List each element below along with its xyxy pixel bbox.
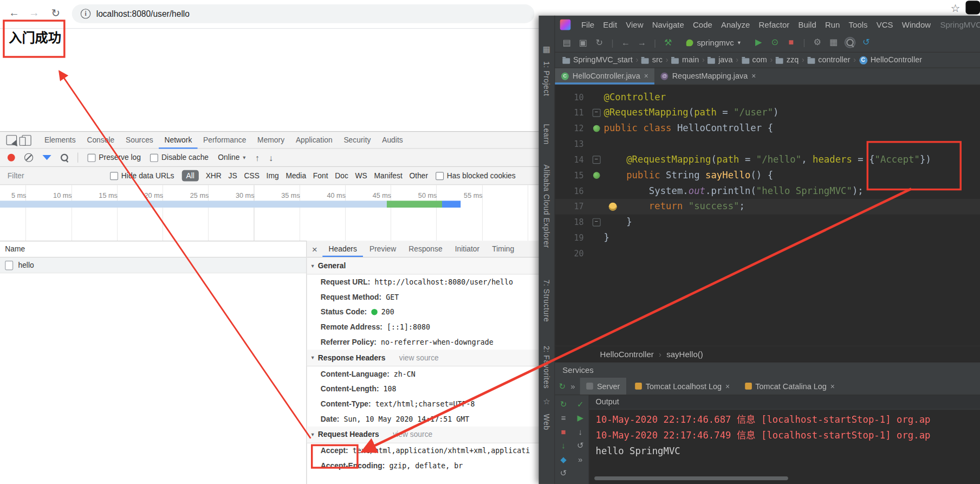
request-type-filter-other[interactable]: Other xyxy=(410,171,429,180)
run-icon[interactable]: ▶ xyxy=(753,37,764,48)
scroll-to-end-icon[interactable]: ↓ xyxy=(578,428,582,436)
view-source-link[interactable]: view source xyxy=(399,353,439,362)
throttling-dropdown[interactable]: Online▾ xyxy=(218,153,245,162)
code-line[interactable]: 13 xyxy=(555,137,980,152)
checkbox-icon[interactable] xyxy=(150,153,158,162)
code-line[interactable]: 20 xyxy=(555,246,980,261)
breadcrumb-item-springmvc-start[interactable]: SpringMVC_start xyxy=(573,56,633,64)
browser-reload-icon[interactable]: ↻ xyxy=(51,7,60,20)
network-detail-tab-preview[interactable]: Preview xyxy=(363,241,402,257)
menu-file[interactable]: File xyxy=(577,20,599,29)
menu-tools[interactable]: Tools xyxy=(845,20,872,29)
breadcrumb-item-controller[interactable]: controller xyxy=(818,56,850,64)
stop-icon[interactable]: ■ xyxy=(786,37,797,48)
code-line[interactable]: 12public class HelloController { xyxy=(555,121,980,137)
network-detail-tab-response[interactable]: Response xyxy=(403,241,449,257)
code-line[interactable]: 17 return "success"; xyxy=(555,199,980,215)
rerun-icon[interactable]: ↻ xyxy=(560,400,567,408)
code-line[interactable]: 15 public String sayHello() { xyxy=(555,167,980,183)
rerun-server-icon[interactable]: ↻ xyxy=(559,382,566,390)
browser-profile-avatar[interactable] xyxy=(965,1,980,14)
intention-bulb-icon[interactable] xyxy=(609,203,617,211)
up-to-date-icon[interactable]: ✓ xyxy=(577,400,584,408)
code-line[interactable]: 18− } xyxy=(555,215,980,230)
close-tab-icon[interactable]: × xyxy=(751,72,756,81)
code-line[interactable]: 16 System.out.println("hello SpringMVC")… xyxy=(555,183,980,199)
save-all-icon[interactable]: ▣ xyxy=(577,37,589,48)
address-url[interactable]: localhost:8080/user/hello xyxy=(96,9,190,18)
close-icon[interactable]: × xyxy=(312,243,317,254)
tool-window-button-alibaba-cloud-explorer[interactable]: Alibaba Cloud Explorer xyxy=(542,164,551,248)
request-type-filter-ws[interactable]: WS xyxy=(355,171,367,180)
network-detail-tab-initiator[interactable]: Initiator xyxy=(449,241,485,257)
hide-data-urls-checkbox[interactable]: Hide data URLs xyxy=(110,171,174,180)
disclosure-triangle-icon[interactable]: ▾ xyxy=(311,354,314,361)
checkbox-icon[interactable] xyxy=(88,153,96,162)
preserve-log-checkbox[interactable]: Preserve log xyxy=(88,153,141,162)
devtools-tab-network[interactable]: Network xyxy=(159,132,198,149)
menu-window[interactable]: Window xyxy=(898,20,936,29)
close-tab-icon[interactable]: × xyxy=(644,72,648,81)
fold-marker-icon[interactable]: − xyxy=(592,218,600,227)
breadcrumb-item-java[interactable]: java xyxy=(718,56,732,64)
import-har-icon[interactable]: ↑ xyxy=(255,153,259,162)
forward-icon[interactable]: → xyxy=(636,37,647,48)
breadcrumb-item-src[interactable]: src xyxy=(652,56,663,64)
site-info-icon[interactable]: i xyxy=(81,9,90,18)
horizontal-scrollbar[interactable] xyxy=(594,476,788,480)
filter-funnel-icon[interactable] xyxy=(42,155,51,160)
code-line[interactable]: 10@Controller xyxy=(555,89,980,105)
request-type-filter-img[interactable]: Img xyxy=(267,171,279,180)
devtools-tab-elements[interactable]: Elements xyxy=(39,132,81,149)
export-har-icon[interactable]: ↓ xyxy=(269,153,273,162)
tool-window-button-learn[interactable]: Learn xyxy=(542,124,551,144)
debug-icon[interactable]: ⊙ xyxy=(769,37,781,48)
code-line[interactable]: 19} xyxy=(555,230,980,246)
options-icon[interactable]: ≡ xyxy=(561,414,566,422)
request-type-filter-manifest[interactable]: Manifest xyxy=(374,171,403,180)
menu-navigate[interactable]: Navigate xyxy=(648,20,689,29)
search-icon[interactable] xyxy=(61,154,68,162)
request-type-filter-doc[interactable]: Doc xyxy=(335,171,348,180)
menu-code[interactable]: Code xyxy=(689,20,717,29)
table-row[interactable]: hello xyxy=(0,257,306,273)
console-output[interactable]: 10-May-2020 22:17:46.687 信息 [localhost-s… xyxy=(589,410,980,484)
settings-icon[interactable]: ⚙ xyxy=(812,37,823,48)
disclosure-triangle-icon[interactable]: ▾ xyxy=(311,431,314,438)
devtools-tab-security[interactable]: Security xyxy=(338,132,377,149)
run-tab-icon[interactable]: ▶ xyxy=(577,414,583,422)
breadcrumb-method[interactable]: sayHello() xyxy=(666,350,703,359)
services-tab-tomcat-catalina-log[interactable]: Tomcat Catalina Log× xyxy=(738,378,841,395)
breadcrumb-item-hellocontroller[interactable]: HelloController xyxy=(871,56,922,64)
record-icon[interactable] xyxy=(8,154,15,162)
address-bar[interactable]: i localhost:8080/user/hello xyxy=(72,4,535,23)
run-configuration-dropdown[interactable]: springmvc ▾ xyxy=(683,36,744,48)
project-structure-icon[interactable]: ▦ xyxy=(828,37,839,48)
tool-window-button-2-favorites[interactable]: 2: Favorites xyxy=(542,346,551,389)
synchronize-icon[interactable]: ↻ xyxy=(594,37,605,48)
tool-window-button-web[interactable]: Web xyxy=(542,414,551,430)
requests-name-header[interactable]: Name xyxy=(0,241,306,257)
devtools-tab-audits[interactable]: Audits xyxy=(377,132,408,149)
filter-input[interactable] xyxy=(7,171,103,180)
breadcrumb-item-main[interactable]: main xyxy=(682,56,699,64)
search-everywhere-icon[interactable] xyxy=(844,37,855,48)
spring-bean-icon[interactable] xyxy=(593,125,600,132)
network-detail-tab-timing[interactable]: Timing xyxy=(486,241,521,257)
refresh-icon[interactable]: ↺ xyxy=(560,469,567,477)
devtools-tab-application[interactable]: Application xyxy=(290,132,338,149)
stop-icon[interactable]: ■ xyxy=(561,428,566,436)
update-project-icon[interactable]: ↺ xyxy=(860,37,872,48)
fold-marker-icon[interactable]: − xyxy=(592,156,600,164)
build-project-icon[interactable]: ⚒ xyxy=(663,37,674,48)
soft-wrap-icon[interactable]: ↺ xyxy=(577,442,584,450)
menu-vcs[interactable]: VCS xyxy=(872,20,898,29)
menu-edit[interactable]: Edit xyxy=(599,20,621,29)
bookmark-star-icon[interactable]: ☆ xyxy=(951,2,960,15)
request-type-filter-media[interactable]: Media xyxy=(285,171,306,180)
request-type-filter-all[interactable]: All xyxy=(181,170,199,182)
editor-tab-requestmapping-java[interactable]: @RequestMapping.java× xyxy=(654,68,762,85)
request-type-filter-xhr[interactable]: XHR xyxy=(206,171,222,180)
menu-build[interactable]: Build xyxy=(794,20,821,29)
services-tab-server[interactable]: Server xyxy=(580,378,626,395)
